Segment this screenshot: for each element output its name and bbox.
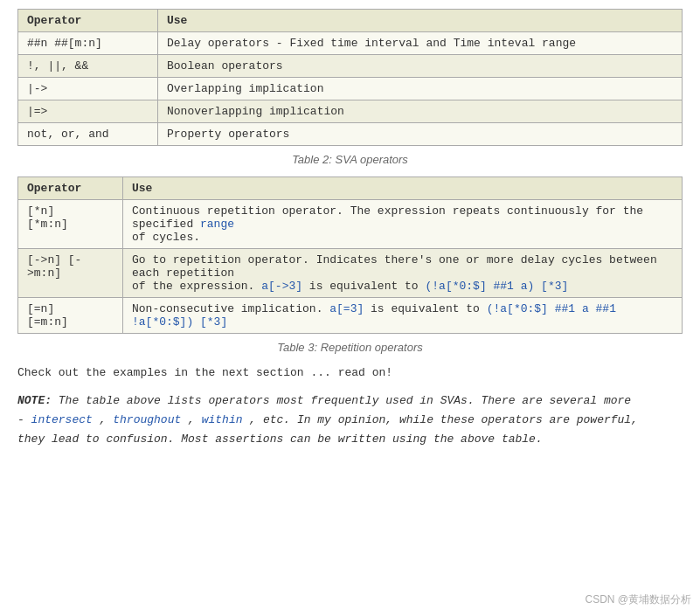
table1-row-op-2: |-> [18, 78, 158, 100]
table2-row-use-1: Go to repetition operator. Indicates the… [123, 249, 683, 298]
table2-row-op-2: [=n] [=m:n] [18, 298, 123, 334]
note-bold: NOTE: [17, 394, 52, 407]
table2-caption: Table 3: Repetition operators [17, 341, 683, 354]
table1-row-use-4: Property operators [158, 123, 683, 146]
table2-row-use-2: Non-consecutive implication. a[=3] is eq… [123, 298, 683, 334]
table2-container: Operator Use [*n] [*m:n]Continuous repet… [17, 176, 683, 334]
table1-row-op-0: ##n ##[m:n] [18, 32, 158, 55]
note-comma2: , [181, 413, 195, 426]
table2-row-op-1: [->n] [- >m:n] [18, 249, 123, 298]
note-intersect: intersect [31, 413, 93, 426]
table1-row-use-2: Overlapping implication [158, 78, 683, 100]
table2-row-use-0: Continuous repetition operator. The expr… [123, 200, 683, 249]
note-comma1: , [93, 413, 107, 426]
note-throughout: throughout [113, 413, 181, 426]
table1-row-use-0: Delay operators - Fixed time interval an… [158, 32, 683, 55]
note-within: within [202, 413, 243, 426]
table1-container: Operator Use ##n ##[m:n]Delay operators … [17, 9, 683, 146]
table1-row-use-3: Nonoverlapping implication [158, 100, 683, 123]
table2-header-op: Operator [18, 177, 123, 200]
table1: Operator Use ##n ##[m:n]Delay operators … [17, 9, 683, 146]
table1-row-use-1: Boolean operators [158, 55, 683, 78]
table1-header-op: Operator [18, 10, 158, 32]
watermark: CSDN @黄埔数据分析 [585, 592, 691, 607]
table2-row-op-0: [*n] [*m:n] [18, 200, 123, 249]
table1-row-op-4: not, or, and [18, 123, 158, 146]
table1-row-op-3: |=> [18, 100, 158, 123]
table2-header-use: Use [123, 177, 683, 200]
note-paragraph: NOTE: The table above lists operators mo… [17, 391, 683, 449]
table1-header-use: Use [158, 10, 683, 32]
table1-row-op-1: !, ||, && [18, 55, 158, 78]
paragraph1: Check out the examples in the next secti… [17, 364, 683, 383]
table1-caption: Table 2: SVA operators [17, 153, 683, 166]
table2: Operator Use [*n] [*m:n]Continuous repet… [17, 176, 683, 334]
note-space2 [195, 413, 202, 426]
